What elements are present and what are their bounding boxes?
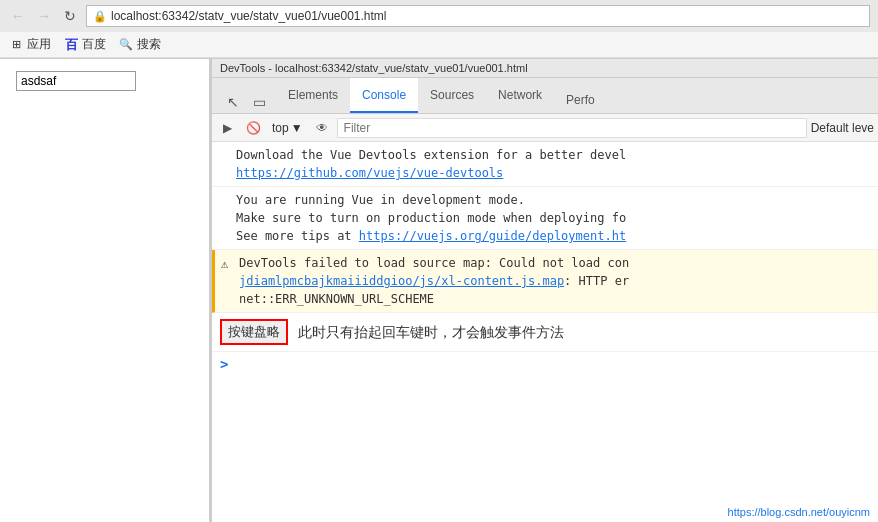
console-messages: Download the Vue Devtools extension for … xyxy=(212,142,878,522)
bookmark-apps[interactable]: ⊞ 应用 xyxy=(8,36,51,53)
browser-chrome: ← → ↻ 🔒 localhost:63342/statv_vue/statv_… xyxy=(0,0,878,59)
forward-button[interactable]: → xyxy=(34,6,54,26)
console-result-row: 按键盘略 此时只有抬起回车键时，才会触发事件方法 xyxy=(212,313,878,352)
msg1-link[interactable]: https://github.com/vuejs/vue-devtools xyxy=(236,166,503,180)
devtools-title-text: DevTools - localhost:63342/statv_vue/sta… xyxy=(220,62,528,74)
tab-network[interactable]: Network xyxy=(486,78,554,113)
warning-extra: net::ERR_UNKNOWN_URL_SCHEME xyxy=(239,292,434,306)
play-button[interactable]: ▶ xyxy=(216,117,238,139)
address-bar[interactable]: 🔒 localhost:63342/statv_vue/statv_vue01/… xyxy=(86,5,870,27)
context-arrow: ▼ xyxy=(291,121,303,135)
msg2-line1: You are running Vue in development mode. xyxy=(236,193,525,207)
device-icon[interactable]: ▭ xyxy=(248,91,270,113)
bookmarks-bar: ⊞ 应用 百 百度 🔍 搜索 xyxy=(0,32,878,58)
back-button[interactable]: ← xyxy=(8,6,28,26)
tab-console[interactable]: Console xyxy=(350,78,418,113)
console-message-warning: ⚠ DevTools failed to load source map: Co… xyxy=(212,250,878,313)
eye-icon[interactable]: 👁 xyxy=(311,117,333,139)
tab-elements[interactable]: Elements xyxy=(276,78,350,113)
bookmark-search-label: 搜索 xyxy=(137,36,161,53)
tab-sources[interactable]: Sources xyxy=(418,78,486,113)
lock-icon: 🔒 xyxy=(93,10,107,23)
bookmark-baidu-label: 百度 xyxy=(82,36,106,53)
page-input-area xyxy=(6,65,203,97)
address-text: localhost:63342/statv_vue/statv_vue01/vu… xyxy=(111,9,387,23)
reload-button[interactable]: ↻ xyxy=(60,6,80,26)
devtools-titlebar: DevTools - localhost:63342/statv_vue/sta… xyxy=(212,59,878,78)
warning-link[interactable]: jdiamlpmcbajkmaiiiddgioo/js/xl-content.j… xyxy=(239,274,564,288)
search-icon: 🔍 xyxy=(118,37,134,53)
tab-performance[interactable]: Perfo xyxy=(554,87,607,113)
warning-suffix: : HTTP er xyxy=(564,274,629,288)
main-content: DevTools - localhost:63342/statv_vue/sta… xyxy=(0,59,878,522)
devtools-panel: DevTools - localhost:63342/statv_vue/sta… xyxy=(210,59,878,522)
clear-button[interactable]: 🚫 xyxy=(242,117,264,139)
browser-toolbar: ← → ↻ 🔒 localhost:63342/statv_vue/statv_… xyxy=(0,0,878,32)
console-filter-input[interactable] xyxy=(337,118,807,138)
prompt-symbol: > xyxy=(220,356,228,372)
tab-icon-area: ↖ ▭ xyxy=(216,91,276,113)
bookmark-baidu[interactable]: 百 百度 xyxy=(63,36,106,53)
apps-icon: ⊞ xyxy=(8,37,24,53)
page-area xyxy=(0,59,210,522)
bookmark-search[interactable]: 🔍 搜索 xyxy=(118,36,161,53)
console-message-2: You are running Vue in development mode.… xyxy=(212,187,878,250)
devtools-tabs: ↖ ▭ Elements Console Sources Network Per… xyxy=(212,78,878,114)
warning-icon: ⚠ xyxy=(221,255,228,273)
console-message-1: Download the Vue Devtools extension for … xyxy=(212,142,878,187)
msg1-text: Download the Vue Devtools extension for … xyxy=(236,148,626,162)
console-prompt-row: > xyxy=(212,352,878,376)
context-selector[interactable]: top ▼ xyxy=(268,121,307,135)
console-toolbar: ▶ 🚫 top ▼ 👁 Default leve xyxy=(212,114,878,142)
keyboard-button[interactable]: 按键盘略 xyxy=(220,319,288,345)
context-label: top xyxy=(272,121,289,135)
warning-text-prefix: DevTools failed to load source map: Coul… xyxy=(239,256,629,270)
msg2-line2: Make sure to turn on production mode whe… xyxy=(236,211,626,225)
cursor-icon[interactable]: ↖ xyxy=(222,91,244,113)
inline-comment-text: 此时只有抬起回车键时，才会触发事件方法 xyxy=(298,322,564,343)
bookmark-apps-label: 应用 xyxy=(27,36,51,53)
msg2-line3-prefix: See more tips at xyxy=(236,229,359,243)
page-text-input[interactable] xyxy=(16,71,136,91)
baidu-icon: 百 xyxy=(63,37,79,53)
msg2-link[interactable]: https://vuejs.org/guide/deployment.ht xyxy=(359,229,626,243)
default-level-label: Default leve xyxy=(811,121,874,135)
watermark: https://blog.csdn.net/ouyicnm xyxy=(728,506,870,518)
